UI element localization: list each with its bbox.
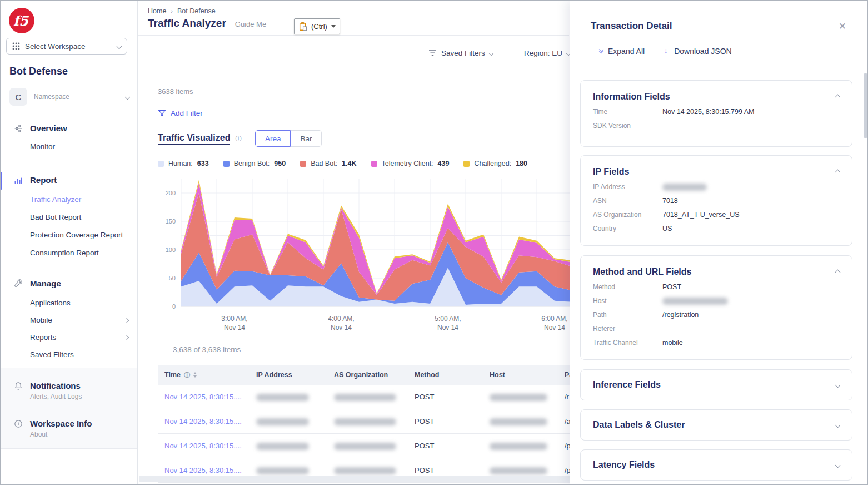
double-chevron-down-icon: [600, 50, 603, 53]
download-icon: ↓: [662, 48, 669, 55]
field-label: ASN: [593, 197, 662, 205]
namespace-selector[interactable]: C Namespace: [9, 88, 129, 106]
field-value: Nov 14 2025, 8:30:15.799 AM: [662, 108, 840, 116]
column-header-ip-address[interactable]: IP Address: [256, 371, 334, 379]
breadcrumb-home-link[interactable]: Home: [148, 7, 166, 15]
paste-button-label: (Ctrl): [311, 22, 327, 31]
expand-icon[interactable]: [835, 422, 841, 428]
paste-options-button[interactable]: (Ctrl): [294, 18, 340, 34]
sidebar-item-protection-coverage-report[interactable]: Protection Coverage Report: [30, 231, 128, 239]
items-count: 3638 items: [158, 87, 193, 96]
field-label: Traffic Channel: [593, 339, 662, 347]
method-cell: POST: [415, 466, 490, 474]
sidebar-item-label: Mobile: [30, 316, 52, 324]
svg-text:Nov 14: Nov 14: [544, 324, 565, 331]
page-title: Traffic Analyzer: [148, 17, 226, 29]
sidebar-item-notifications[interactable]: Notifications Alerts, Audit Logs: [14, 381, 128, 400]
transaction-time-link[interactable]: Nov 14 2025, 8:30:15....: [164, 393, 256, 401]
legend-label: Human:: [168, 160, 193, 167]
legend-item-telemetry-client[interactable]: Telemetry Client:439: [371, 160, 450, 167]
guide-me-link[interactable]: Guide Me: [235, 20, 266, 28]
ip-fields-card: IP Fields IP Address ASN7018 AS Organiza…: [580, 155, 852, 246]
f5-logo-text: f5: [13, 13, 28, 29]
panel-title: Transaction Detail: [591, 21, 672, 32]
bell-icon: [14, 382, 23, 390]
method-cell: POST: [415, 393, 490, 401]
info-icon[interactable]: ⓘ: [184, 371, 191, 379]
svg-text:Nov 14: Nov 14: [437, 324, 458, 331]
sidebar: f5 Select Workspace Bot Defense C Namesp…: [1, 1, 138, 484]
region-dropdown[interactable]: Region: EU: [524, 49, 570, 57]
legend-swatch: [463, 161, 470, 167]
sidebar-item-label: Bad Bot Report: [30, 213, 81, 221]
sidebar-item-manage[interactable]: Manage: [14, 279, 128, 288]
saved-filters-dropdown[interactable]: Saved Filters: [428, 49, 493, 57]
inference-fields-card: Inference Fields: [580, 369, 852, 400]
redacted-as-organization: [334, 467, 396, 474]
column-header-host[interactable]: Host: [490, 371, 565, 379]
app-window: f5 Select Workspace Bot Defense C Namesp…: [0, 0, 868, 485]
breadcrumb: Home › Bot Defense: [148, 7, 216, 15]
data-labels-cluster-card: Data Labels & Cluster: [580, 409, 852, 441]
collapse-icon[interactable]: [835, 169, 841, 175]
sidebar-item-label: Workspace Info: [30, 419, 92, 428]
legend-swatch: [223, 161, 230, 167]
legend-value: 633: [197, 160, 209, 167]
field-value: mobile: [662, 339, 840, 347]
legend-swatch: [158, 161, 164, 167]
column-header-time[interactable]: Time ⓘ: [164, 371, 256, 379]
card-title: Latency Fields: [593, 460, 655, 470]
sidebar-item-reports[interactable]: Reports: [30, 333, 128, 342]
expand-icon[interactable]: [835, 462, 841, 468]
sidebar-item-report[interactable]: Report: [14, 175, 128, 185]
legend-item-human[interactable]: Human:633: [158, 160, 209, 167]
redacted-ip-address: [256, 394, 309, 401]
svg-text:0: 0: [172, 303, 176, 310]
collapse-icon[interactable]: [835, 269, 841, 275]
legend-swatch: [371, 161, 377, 167]
sidebar-item-bad-bot-report[interactable]: Bad Bot Report: [30, 213, 128, 221]
sort-icon[interactable]: [193, 372, 197, 378]
sidebar-footer: Notifications Alerts, Audit Logs Workspa…: [1, 368, 137, 449]
sidebar-item-label: Overview: [30, 123, 67, 133]
field-value: 7018_AT_T U_verse_US: [662, 211, 840, 219]
close-icon[interactable]: ✕: [839, 22, 846, 31]
sidebar-item-traffic-analyzer[interactable]: Traffic Analyzer: [30, 195, 128, 204]
transaction-time-link[interactable]: Nov 14 2025, 8:30:15....: [164, 442, 256, 450]
sidebar-item-workspace-info[interactable]: Workspace Info About: [14, 419, 128, 438]
field-label: Path: [593, 311, 662, 319]
column-header-method[interactable]: Method: [415, 371, 490, 379]
info-icon: [14, 419, 23, 428]
column-header-as-organization[interactable]: AS Organization: [334, 371, 415, 379]
latency-fields-card: Latency Fields: [580, 449, 852, 481]
redacted-host: [490, 467, 547, 474]
workspace-selector[interactable]: Select Workspace: [6, 38, 127, 55]
area-view-button[interactable]: Area: [255, 130, 291, 147]
legend-item-challenged[interactable]: Challenged:180: [463, 160, 527, 167]
bar-view-button[interactable]: Bar: [291, 130, 322, 147]
legend-item-bad-bot[interactable]: Bad Bot:1.4K: [300, 160, 356, 167]
vertical-scrollbar[interactable]: [864, 73, 867, 138]
transaction-time-link[interactable]: Nov 14 2025, 8:30:15....: [164, 466, 256, 474]
collapse-icon[interactable]: [835, 94, 841, 100]
legend-item-benign-bot[interactable]: Benign Bot:950: [223, 160, 286, 167]
redacted-host: [490, 418, 547, 425]
sidebar-item-applications[interactable]: Applications: [30, 299, 128, 307]
download-json-button[interactable]: ↓ Download JSON: [662, 47, 732, 56]
transaction-time-link[interactable]: Nov 14 2025, 8:30:15....: [164, 417, 256, 425]
legend-value: 180: [516, 160, 527, 167]
add-filter-button[interactable]: Add Filter: [158, 109, 203, 117]
traffic-area-chart: 0501001502003:00 AM,Nov 144:00 AM,Nov 14…: [158, 174, 602, 341]
info-icon[interactable]: ⓘ: [235, 135, 242, 143]
sidebar-item-overview[interactable]: Overview: [14, 123, 128, 133]
expand-icon[interactable]: [835, 382, 841, 388]
sidebar-item-saved-filters[interactable]: Saved Filters: [30, 350, 128, 359]
expand-all-button[interactable]: Expand All: [600, 47, 645, 56]
sidebar-item-consumption-report[interactable]: Consumption Report: [30, 249, 128, 257]
sidebar-item-monitor[interactable]: Monitor: [30, 142, 128, 151]
sidebar-item-label: Applications: [30, 299, 71, 307]
field-value: POST: [662, 283, 840, 291]
svg-text:50: 50: [169, 275, 176, 281]
sidebar-item-mobile[interactable]: Mobile: [30, 316, 128, 324]
field-label: Host: [593, 297, 662, 305]
